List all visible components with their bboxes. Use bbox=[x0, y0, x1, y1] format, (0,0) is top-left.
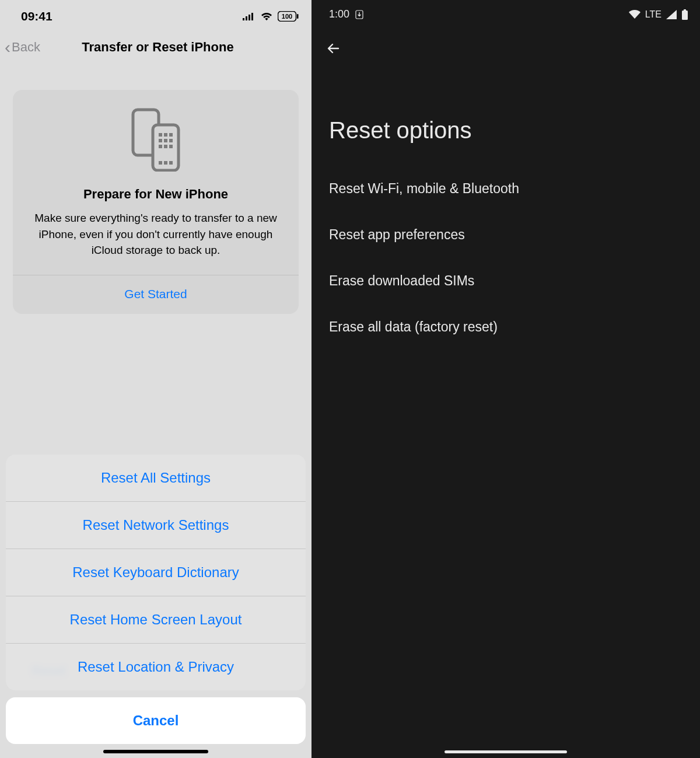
network-label: LTE bbox=[645, 9, 662, 20]
battery-icon: 100 bbox=[278, 11, 299, 22]
action-sheet-options: Reset All Settings Reset Network Setting… bbox=[6, 455, 306, 690]
battery-icon bbox=[681, 9, 688, 20]
ios-status-right: 100 bbox=[243, 11, 299, 22]
android-back-row bbox=[312, 23, 700, 59]
reset-all-settings-option[interactable]: Reset All Settings bbox=[6, 455, 306, 502]
download-icon bbox=[355, 10, 363, 19]
ios-status-bar: 09:41 100 bbox=[0, 0, 312, 27]
android-status-time: 1:00 bbox=[329, 8, 349, 20]
erase-downloaded-sims-option[interactable]: Erase downloaded SIMs bbox=[312, 258, 700, 304]
ios-nav-bar: ‹ Back Transfer or Reset iPhone bbox=[0, 27, 312, 72]
svg-rect-20 bbox=[169, 161, 173, 165]
android-pane: 1:00 LTE Re bbox=[312, 0, 700, 758]
svg-rect-9 bbox=[159, 133, 162, 137]
reset-location-privacy-option[interactable]: Reset Location & Privacy bbox=[6, 644, 306, 690]
wifi-icon bbox=[260, 12, 273, 21]
prepare-card: Prepare for New iPhone Make sure everyth… bbox=[13, 90, 299, 314]
wifi-icon bbox=[629, 10, 640, 19]
svg-rect-18 bbox=[159, 161, 162, 165]
android-home-indicator[interactable] bbox=[444, 750, 567, 753]
svg-rect-5 bbox=[297, 14, 299, 19]
page-title: Transfer or Reset iPhone bbox=[10, 40, 306, 55]
reset-network-settings-option[interactable]: Reset Network Settings bbox=[6, 502, 306, 549]
reset-app-preferences-option[interactable]: Reset app preferences bbox=[312, 212, 700, 258]
signal-icon bbox=[666, 10, 677, 19]
get-started-button[interactable]: Get Started bbox=[23, 275, 288, 314]
svg-rect-19 bbox=[164, 161, 167, 165]
phones-icon bbox=[23, 107, 288, 172]
svg-rect-13 bbox=[164, 139, 167, 142]
svg-rect-3 bbox=[251, 13, 253, 20]
svg-rect-12 bbox=[159, 139, 162, 142]
action-sheet: Reset All Settings Reset Network Setting… bbox=[6, 455, 306, 744]
ios-pane: 09:41 100 ‹ Back Transfer or Reset iPhon… bbox=[0, 0, 312, 758]
reset-wifi-mobile-bluetooth-option[interactable]: Reset Wi-Fi, mobile & Bluetooth bbox=[312, 166, 700, 212]
svg-rect-16 bbox=[164, 145, 167, 148]
svg-text:100: 100 bbox=[282, 13, 292, 20]
ios-home-indicator[interactable] bbox=[103, 750, 208, 753]
svg-rect-23 bbox=[682, 11, 688, 20]
svg-rect-2 bbox=[249, 15, 250, 20]
card-body: Make sure everything's ready to transfer… bbox=[23, 210, 288, 259]
svg-rect-1 bbox=[246, 16, 247, 20]
svg-rect-15 bbox=[159, 145, 162, 148]
back-arrow-icon[interactable] bbox=[326, 48, 342, 58]
svg-rect-22 bbox=[684, 9, 686, 11]
svg-rect-17 bbox=[169, 145, 173, 148]
cellular-icon bbox=[243, 12, 256, 20]
ios-status-time: 09:41 bbox=[21, 9, 52, 23]
reset-home-screen-layout-option[interactable]: Reset Home Screen Layout bbox=[6, 596, 306, 644]
reset-keyboard-dictionary-option[interactable]: Reset Keyboard Dictionary bbox=[6, 549, 306, 596]
android-status-bar: 1:00 LTE bbox=[312, 0, 700, 23]
svg-rect-10 bbox=[164, 133, 167, 137]
svg-rect-14 bbox=[169, 139, 173, 142]
card-heading: Prepare for New iPhone bbox=[23, 187, 288, 202]
cancel-button[interactable]: Cancel bbox=[6, 697, 306, 744]
erase-all-data-option[interactable]: Erase all data (factory reset) bbox=[312, 304, 700, 350]
android-page-title: Reset options bbox=[312, 59, 700, 166]
svg-rect-11 bbox=[169, 133, 173, 137]
svg-rect-0 bbox=[243, 18, 244, 20]
